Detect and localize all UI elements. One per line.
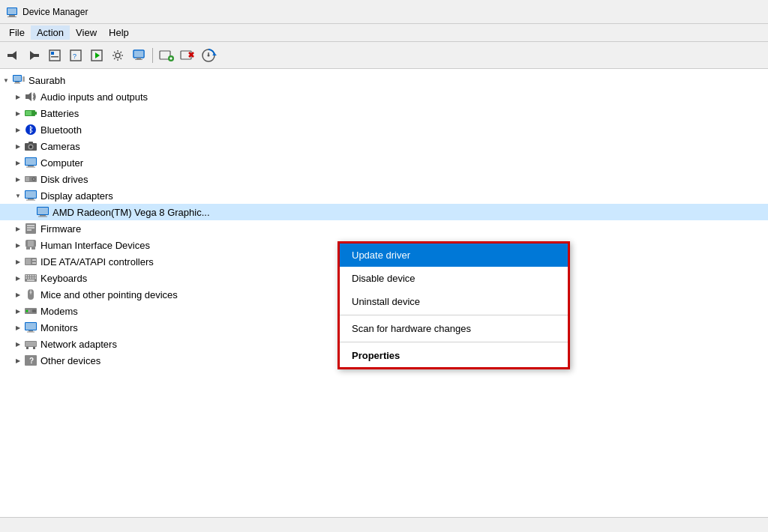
toolbar-monitor-btn[interactable]: [129, 46, 148, 65]
svg-rect-85: [27, 279, 34, 281]
svg-rect-94: [26, 323, 36, 330]
svg-rect-63: [27, 225, 34, 226]
hid-icon: [24, 238, 38, 252]
menu-bar: File Action View Help: [0, 24, 768, 42]
audio-expander: ▶: [12, 91, 24, 103]
toolbar-scan-btn[interactable]: [199, 46, 218, 65]
svg-rect-81: [28, 277, 29, 279]
other-label: Other devices: [40, 355, 100, 366]
tree-item-bluetooth[interactable]: ▶ ᛒ Bluetooth: [0, 121, 768, 138]
hid-expander: ▶: [12, 239, 24, 251]
root-label: Saurabh: [28, 75, 65, 86]
toolbar-remove-btn[interactable]: [178, 46, 197, 65]
hid-label: Human Interface Devices: [40, 240, 150, 251]
svg-rect-67: [28, 241, 34, 247]
mouse-icon: [24, 288, 38, 301]
disk-expander: ▶: [12, 173, 24, 185]
toolbar: ?: [0, 42, 768, 69]
svg-rect-99: [26, 347, 28, 349]
app-title: Device Manager: [22, 7, 88, 17]
title-bar: Device Manager: [0, 0, 768, 24]
mice-expander: ▶: [12, 288, 24, 300]
svg-point-29: [208, 54, 210, 56]
svg-point-44: [29, 145, 32, 148]
batteries-label: Batteries: [40, 108, 79, 119]
toolbar-forward-btn[interactable]: [24, 46, 44, 65]
svg-rect-65: [27, 229, 32, 231]
tree-item-audio[interactable]: ▶ Audio inputs and outputs: [0, 88, 768, 105]
ctx-scan-hardware[interactable]: Scan for hardware changes: [340, 317, 568, 340]
menu-file[interactable]: File: [3, 25, 31, 40]
svg-rect-10: [51, 56, 58, 58]
computer-label: Computer: [40, 157, 83, 169]
svg-rect-47: [26, 158, 36, 165]
tree-item-disk[interactable]: ▶ Disk drives: [0, 171, 768, 187]
svg-rect-68: [26, 247, 30, 250]
svg-rect-56: [28, 199, 34, 200]
tree-item-display[interactable]: ▼ Display adapters: [0, 187, 768, 204]
tree-item-amd[interactable]: ▶ AMD Radeon(TM) Vega 8 Graphic...: [0, 204, 768, 220]
svg-rect-1: [9, 15, 15, 16]
battery-icon: [24, 106, 38, 120]
svg-marker-30: [212, 53, 217, 55]
other-icon: ?: [24, 354, 38, 367]
tree-root[interactable]: ▼ Saurabh: [0, 72, 768, 88]
toolbar-run-btn[interactable]: [87, 46, 106, 65]
bluetooth-label: Bluetooth: [40, 124, 82, 136]
ctx-uninstall-device[interactable]: Uninstall device: [340, 290, 568, 313]
context-menu: Update driver Disable device Uninstall d…: [338, 241, 570, 369]
toolbar-sep1: [152, 48, 153, 63]
tree-item-computer[interactable]: ▶ Computer: [0, 154, 768, 171]
svg-rect-95: [28, 330, 33, 332]
tree-item-batteries[interactable]: ▶ Batteries: [0, 105, 768, 121]
mice-label: Mice and other pointing devices: [40, 289, 178, 300]
tree-item-firmware[interactable]: ▶ Firmware: [0, 220, 768, 237]
svg-rect-2: [8, 16, 16, 17]
keyboard-icon: [24, 271, 38, 285]
svg-point-88: [30, 291, 32, 294]
svg-rect-17: [136, 58, 141, 59]
tree-item-cameras[interactable]: ▶ Cameras: [0, 138, 768, 154]
toolbar-settings-btn[interactable]: [108, 46, 128, 65]
bluetooth-icon: ᛒ: [24, 123, 38, 136]
network-label: Network adapters: [40, 339, 117, 350]
svg-marker-14: [95, 52, 100, 58]
svg-rect-57: [26, 200, 35, 201]
keyboards-label: Keyboards: [40, 273, 87, 284]
svg-point-53: [33, 178, 34, 180]
menu-action[interactable]: Action: [31, 25, 70, 40]
svg-rect-3: [8, 8, 16, 14]
keyboards-expander: ▶: [12, 272, 24, 284]
computer-device-icon: [24, 156, 38, 169]
svg-rect-77: [30, 275, 32, 276]
ctx-properties[interactable]: Properties: [340, 344, 568, 367]
ctx-update-driver[interactable]: Update driver: [340, 244, 568, 267]
ctx-disable-device[interactable]: Disable device: [340, 267, 568, 290]
toolbar-properties-btn[interactable]: [45, 46, 64, 65]
svg-rect-35: [22, 76, 25, 82]
svg-rect-7: [33, 54, 39, 57]
svg-rect-60: [40, 215, 46, 217]
monitor-icon: [24, 321, 38, 334]
toolbar-update-driver-btn[interactable]: ?: [66, 46, 86, 65]
firmware-icon: [24, 222, 38, 235]
svg-rect-39: [26, 111, 32, 115]
batteries-expander: ▶: [12, 107, 24, 119]
toolbar-add-driver-btn[interactable]: [157, 46, 176, 65]
svg-rect-49: [26, 167, 35, 168]
amd-icon: [36, 205, 50, 219]
status-bar: [0, 517, 768, 532]
svg-rect-55: [26, 191, 36, 198]
toolbar-back-btn[interactable]: [3, 46, 22, 65]
other-expander: ▶: [12, 354, 24, 366]
menu-view[interactable]: View: [70, 25, 103, 40]
modems-label: Modems: [40, 306, 78, 317]
svg-rect-45: [28, 142, 33, 144]
computer-expander: ▶: [12, 157, 24, 169]
amd-label: AMD Radeon(TM) Vega 8 Graphic...: [52, 207, 210, 218]
svg-rect-96: [27, 332, 34, 333]
ide-expander: ▶: [12, 256, 24, 267]
ctx-sep2: [340, 342, 568, 342]
modem-icon: [24, 304, 38, 318]
menu-help[interactable]: Help: [103, 25, 135, 40]
